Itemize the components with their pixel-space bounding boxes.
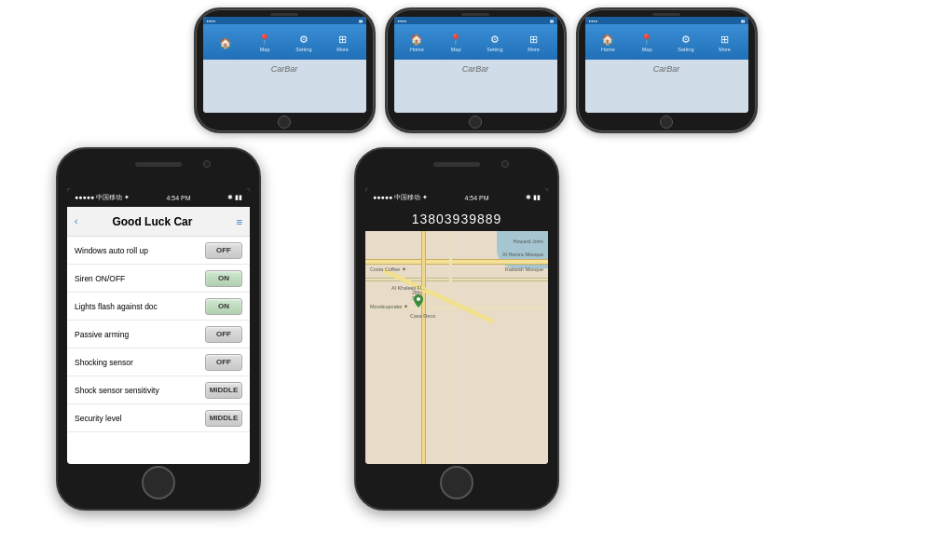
home-label-3: Home [601, 47, 615, 52]
map-icon-1: 📍 [258, 34, 271, 46]
settings-list: Windows auto roll up OFF Siren ON/OFF ON… [67, 237, 250, 432]
road-h2 [365, 278, 548, 281]
siren-toggle[interactable]: ON [205, 270, 242, 287]
map-screen: ●●●●● 中国移动 ✦ 4:54 PM ✱ ▮▮ 13803939889 [365, 188, 548, 464]
more-label-1: More [336, 47, 349, 52]
setting-label-2: Setting [487, 47, 502, 52]
nav-setting-2[interactable]: ⚙ Setting [482, 34, 508, 52]
settings-row-lights: Lights flash against doc ON [67, 293, 250, 321]
speaker-3 [652, 13, 680, 16]
nav-more-2[interactable]: ⊞ More [521, 34, 547, 52]
settings-status-bar: ●●●●● 中国移动 ✦ 4:54 PM ✱ ▮▮ [67, 188, 250, 207]
status-left-2: ●●●● [398, 19, 407, 23]
settings-row-shocking: Shocking sensor OFF [67, 348, 250, 376]
map-area[interactable]: Howard John Al Hamra Mosque Costa Coffee… [365, 231, 548, 464]
screen-1: ●●●● ▮▮ 🏠 📍 Map ⚙ Setting ⊞ More [203, 17, 366, 113]
settings-row-passive: Passive arming OFF [67, 321, 250, 348]
road-h1 [365, 259, 548, 265]
top-phone-2: ●●●● ▮▮ 🏠 Home 📍 Map ⚙ Setting ⊞ [385, 7, 567, 133]
sensitivity-toggle[interactable]: MIDDLE [205, 382, 242, 399]
status-right-1: ▮▮ [359, 19, 363, 23]
passive-toggle[interactable]: OFF [205, 326, 242, 343]
road-v2 [449, 231, 452, 464]
map-status-left: ●●●●● 中国移动 ✦ [373, 193, 428, 202]
nav-map-1[interactable]: 📍 Map [252, 34, 278, 52]
map-label-1: Map [260, 47, 270, 52]
more-icon-3: ⊞ [720, 34, 729, 46]
nav-home-3[interactable]: 🏠 Home [595, 34, 621, 52]
shocking-label: Shocking sensor [75, 358, 205, 367]
more-icon-2: ⊞ [529, 34, 538, 46]
home-button-3[interactable] [660, 116, 673, 129]
nav-map-2[interactable]: 📍 Map [443, 34, 469, 52]
lights-label: Lights flash against doc [75, 302, 205, 311]
map-label-2: Map [451, 47, 461, 52]
camera-map [501, 160, 509, 168]
speaker-settings [135, 162, 182, 167]
shocking-toggle[interactable]: OFF [205, 354, 242, 371]
bottom-phones-row: ●●●●● 中国移动 ✦ 4:54 PM ✱ ▮▮ ‹ Good Luck Ca… [0, 133, 932, 511]
settings-header: ‹ Good Luck Car ≡ [67, 207, 250, 237]
home-button-2[interactable] [469, 116, 482, 129]
nav-map-3[interactable]: 📍 Map [634, 34, 660, 52]
label-rabwah: Rabwah Mosque [505, 266, 543, 272]
label-casadeco: Casa Deco [410, 313, 435, 319]
settings-row-windows: Windows auto roll up OFF [67, 237, 250, 265]
home-button-map[interactable] [440, 466, 473, 499]
home-icon-3: 🏠 [601, 34, 614, 46]
settings-row-security: Security level MIDDLE [67, 404, 250, 432]
settings-row-sensitivity: Shock sensor sensitivity MIDDLE [67, 376, 250, 404]
label-hamra: Al Hamra Mosque [502, 252, 543, 257]
nav-bar-2: 🏠 Home 📍 Map ⚙ Setting ⊞ More [394, 24, 557, 60]
sensitivity-label: Shock sensor sensitivity [75, 386, 205, 395]
status-right-2: ▮▮ [550, 19, 554, 23]
settings-phone: ●●●●● 中国移动 ✦ 4:54 PM ✱ ▮▮ ‹ Good Luck Ca… [56, 147, 261, 511]
speaker-2 [461, 13, 489, 16]
map-header: 13803939889 [365, 207, 548, 231]
settings-status-left: ●●●●● 中国移动 ✦ [75, 193, 130, 202]
settings-status-right: ✱ ▮▮ [227, 194, 242, 201]
speaker-map [433, 162, 480, 167]
map-phone: ●●●●● 中国移动 ✦ 4:54 PM ✱ ▮▮ 13803939889 [354, 147, 559, 511]
status-bar-3: ●●●● ▮▮ [585, 17, 748, 24]
menu-icon[interactable]: ≡ [237, 216, 242, 227]
settings-title: Good Luck Car [81, 215, 223, 228]
home-button-1[interactable] [278, 116, 291, 129]
settings-row-siren: Siren ON/OFF ON [67, 265, 250, 293]
back-button[interactable]: ‹ [75, 216, 77, 226]
more-icon-1: ⊞ [338, 34, 347, 46]
settings-status-time: 4:54 PM [167, 195, 191, 201]
home-button-settings[interactable] [142, 466, 175, 499]
nav-bar-3: 🏠 Home 📍 Map ⚙ Setting ⊞ More [585, 24, 748, 60]
setting-label-1: Setting [295, 47, 311, 52]
more-label-3: More [719, 47, 731, 52]
top-phone-1: ●●●● ▮▮ 🏠 📍 Map ⚙ Setting ⊞ More [194, 7, 376, 133]
nav-bar-1: 🏠 📍 Map ⚙ Setting ⊞ More [203, 24, 366, 60]
nav-more-3[interactable]: ⊞ More [712, 34, 738, 52]
setting-icon-2: ⚙ [490, 34, 500, 46]
map-status-right: ✱ ▮▮ [526, 194, 541, 201]
home-icon-1: 🏠 [219, 37, 232, 49]
setting-icon-1: ⚙ [299, 34, 308, 46]
phone-number-display: 13803939889 [412, 212, 502, 226]
more-label-2: More [528, 47, 540, 52]
nav-home-2[interactable]: 🏠 Home [404, 34, 430, 52]
map-icon-2: 📍 [449, 34, 462, 46]
status-bar-1: ●●●● ▮▮ [203, 17, 366, 24]
nav-more-1[interactable]: ⊞ More [330, 34, 356, 52]
security-toggle[interactable]: MIDDLE [205, 410, 242, 427]
watermark-3: CarBar [585, 60, 748, 113]
map-marker [414, 294, 423, 311]
siren-label: Siren ON/OFF [75, 274, 205, 283]
screen-2: ●●●● ▮▮ 🏠 Home 📍 Map ⚙ Setting ⊞ [394, 17, 557, 113]
windows-toggle[interactable]: OFF [205, 242, 242, 259]
nav-home-1[interactable]: 🏠 [212, 37, 239, 49]
camera-settings [203, 160, 211, 168]
top-phones-row: ●●●● ▮▮ 🏠 📍 Map ⚙ Setting ⊞ More [0, 0, 932, 133]
map-status-bar: ●●●●● 中国移动 ✦ 4:54 PM ✱ ▮▮ [365, 188, 548, 207]
nav-setting-1[interactable]: ⚙ Setting [291, 34, 317, 52]
lights-toggle[interactable]: ON [205, 298, 242, 315]
top-phone-3: ●●●● ▮▮ 🏠 Home 📍 Map ⚙ Setting ⊞ [576, 7, 758, 133]
nav-setting-3[interactable]: ⚙ Setting [673, 34, 699, 52]
status-right-3: ▮▮ [741, 19, 745, 23]
